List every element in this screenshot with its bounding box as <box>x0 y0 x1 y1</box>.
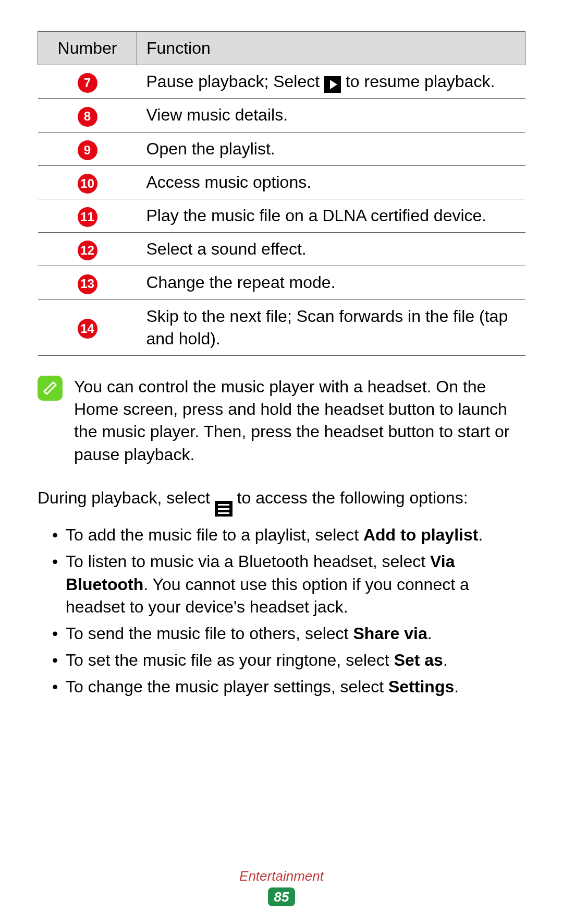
number-badge-14: 14 <box>78 319 97 339</box>
number-badge-8: 8 <box>78 107 97 127</box>
list-item: To send the music file to others, select… <box>52 622 525 645</box>
manual-page: Number Function 7 Pause playback; Select… <box>0 0 563 724</box>
number-badge-10: 10 <box>78 174 97 194</box>
function-table: Number Function 7 Pause playback; Select… <box>38 31 525 356</box>
table-row: 12 Select a sound effect. <box>38 233 525 266</box>
table-row: 9 Open the playlist. <box>38 132 525 165</box>
number-badge-13: 13 <box>78 274 97 294</box>
number-badge-11: 11 <box>78 207 97 227</box>
function-cell: Change the repeat mode. <box>137 266 525 299</box>
table-row: 8 View music details. <box>38 99 525 132</box>
function-cell: Pause playback; Select to resume playbac… <box>137 65 525 99</box>
number-badge-9: 9 <box>78 140 97 160</box>
footer-section-label: Entertainment <box>0 868 563 884</box>
function-cell: Access music options. <box>137 165 525 199</box>
intro-line: During playback, select to access the fo… <box>38 487 525 517</box>
page-footer: Entertainment 85 <box>0 868 563 906</box>
header-function: Function <box>137 32 525 65</box>
note-block: You can control the music player with a … <box>38 376 525 466</box>
list-item: To add the music file to a playlist, sel… <box>52 524 525 546</box>
function-cell: View music details. <box>137 99 525 132</box>
number-badge-12: 12 <box>78 241 97 260</box>
list-item: To listen to music via a Bluetooth heads… <box>52 550 525 618</box>
number-badge-7: 7 <box>78 73 97 93</box>
function-cell: Select a sound effect. <box>137 233 525 266</box>
list-item: To set the music file as your ringtone, … <box>52 649 525 671</box>
note-text: You can control the music player with a … <box>74 376 525 466</box>
function-cell: Skip to the next file; Scan forwards in … <box>137 299 525 355</box>
table-row: 10 Access music options. <box>38 165 525 199</box>
header-number: Number <box>38 32 137 65</box>
table-row: 14 Skip to the next file; Scan forwards … <box>38 299 525 355</box>
table-row: 11 Play the music file on a DLNA certifi… <box>38 199 525 233</box>
page-number-badge: 85 <box>268 887 295 906</box>
table-row: 13 Change the repeat mode. <box>38 266 525 299</box>
play-icon <box>324 76 341 93</box>
function-cell: Play the music file on a DLNA certified … <box>137 199 525 233</box>
list-item: To change the music player settings, sel… <box>52 676 525 698</box>
table-row: 7 Pause playback; Select to resume playb… <box>38 65 525 99</box>
options-list: To add the music file to a playlist, sel… <box>38 524 525 698</box>
function-cell: Open the playlist. <box>137 132 525 165</box>
menu-icon <box>215 501 232 517</box>
note-icon <box>38 376 63 401</box>
